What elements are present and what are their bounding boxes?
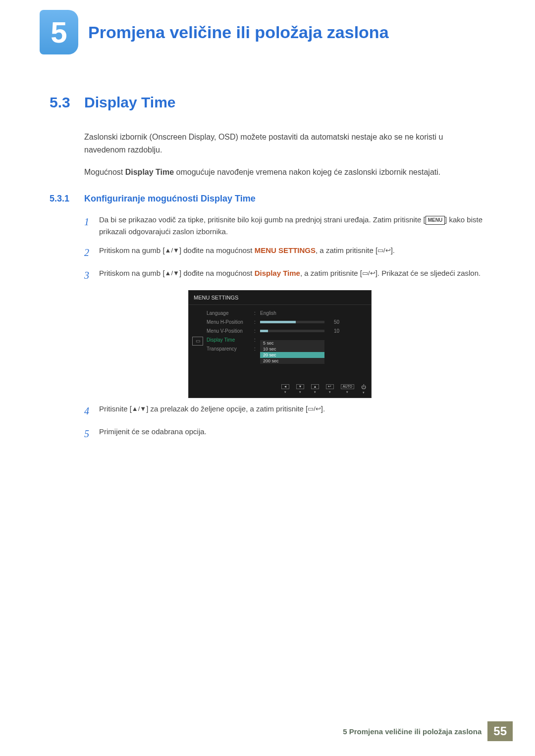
text: ]. Prikazat će se sljedeći zaslon. <box>375 269 481 277</box>
colon: : <box>254 319 257 325</box>
text: ] dođite na mogućnost <box>179 246 255 254</box>
step-text: Pritiskom na gumb [▲ / ▼] dođite na mogu… <box>99 245 485 260</box>
section-title: Display Time <box>84 94 176 111</box>
osd-label: Transparency <box>207 346 251 352</box>
step-text: Primijenit će se odabrana opcija. <box>99 426 485 442</box>
chapter-header: 5 Promjena veličine ili položaja zaslona <box>0 0 535 54</box>
down-triangle-icon: ▼ <box>173 246 179 256</box>
section-heading: 5.3 Display Time <box>50 94 485 111</box>
osd-panel: MENU SETTINGS ▭ Language : English Menu … <box>188 290 372 398</box>
slider-value: 50 <box>334 319 339 325</box>
step-text: Pritisnite [▲ / ▼] za prelazak do željen… <box>99 403 485 419</box>
text: omogućuje navođenje vremena nakon kojeg … <box>174 168 440 176</box>
term-display-time: Display Time <box>255 269 300 277</box>
down-triangle-icon: ▾ <box>296 384 304 389</box>
enter-icon: ↩ <box>316 404 321 414</box>
chapter-title: Promjena veličine ili položaja zaslona <box>88 23 389 42</box>
up-triangle-icon: ▲ <box>132 404 138 414</box>
left-triangle-icon: ◂ <box>281 384 289 389</box>
text: ]. <box>391 246 395 254</box>
step-5: 5 Primijenit će se odabrana opcija. <box>84 426 485 442</box>
section-intro-1: Zaslonski izbornik (Onscreen Display, OS… <box>84 131 485 156</box>
step-number: 4 <box>84 403 99 419</box>
colon: : <box>254 310 257 316</box>
power-icon: ⏻ <box>361 384 366 390</box>
page-footer: 5 Promjena veličine ili položaja zaslona… <box>343 721 513 741</box>
up-triangle-icon: ▲ <box>165 268 171 279</box>
slider-value: 10 <box>334 328 339 334</box>
dot-icon: ▾ <box>346 390 348 394</box>
osd-option: 10 sec <box>260 346 324 352</box>
subsection-number: 5.3.1 <box>50 194 84 204</box>
step-number: 3 <box>84 267 99 283</box>
text: ] dođite na mogućnost <box>179 269 255 277</box>
text: ]. <box>321 404 325 413</box>
osd-option: 5 sec <box>260 340 324 346</box>
osd-title: MENU SETTINGS <box>189 291 371 305</box>
slider-track: 50 <box>260 321 324 323</box>
text: Da bi se prikazao vodič za tipke, pritis… <box>99 215 426 224</box>
step-text: Da bi se prikazao vodič za tipke, pritis… <box>99 214 485 238</box>
step-number: 1 <box>84 214 99 238</box>
text: Pritiskom na gumb [ <box>99 269 165 277</box>
osd-footer-btn: ▴▾ <box>311 384 319 395</box>
colon: : <box>254 337 257 343</box>
down-triangle-icon: ▼ <box>173 268 179 279</box>
osd-label: Language <box>207 310 251 316</box>
osd-footer-btn: ◂▾ <box>281 384 289 395</box>
osd-footer-btn-auto: AUTO▾ <box>341 384 354 395</box>
osd-option: 200 sec <box>260 358 324 364</box>
enter-icon: ↩ <box>370 268 375 279</box>
page-number: 55 <box>487 721 513 741</box>
slider-fill <box>260 330 268 332</box>
colon: : <box>254 346 257 352</box>
step-number: 2 <box>84 245 99 260</box>
osd-footer-btn: ↩▾ <box>326 384 334 395</box>
osd-label: Menu V-Position <box>207 328 251 334</box>
rect-icon: ▭ <box>377 246 383 256</box>
subsection-heading: 5.3.1 Konfiguriranje mogućnosti Display … <box>50 194 485 204</box>
text: , a zatim pritisnite [ <box>316 246 377 254</box>
up-triangle-icon: ▲ <box>165 246 171 256</box>
text: Mogućnost <box>84 168 125 176</box>
footer-chapter-label: 5 Promjena veličine ili položaja zaslona <box>343 727 482 736</box>
section-number: 5.3 <box>50 94 84 111</box>
colon: : <box>254 328 257 334</box>
osd-body: ▭ Language : English Menu H-Position : <box>189 305 371 382</box>
auto-label: AUTO <box>341 384 354 389</box>
dot-icon: ▾ <box>284 390 286 394</box>
osd-label: Menu H-Position <box>207 319 251 325</box>
osd-rows: Language : English Menu H-Position : 50 <box>207 309 371 373</box>
dot-icon: ▾ <box>363 391 365 395</box>
step-number: 5 <box>84 426 99 442</box>
down-triangle-icon: ▼ <box>140 404 146 414</box>
osd-footer-btn: ▾▾ <box>296 384 304 395</box>
chapter-number-badge: 5 <box>40 10 78 54</box>
osd-option-selected: 20 sec <box>260 352 324 358</box>
osd-row-hposition: Menu H-Position : 50 <box>207 318 367 327</box>
text: Pritiskom na gumb [ <box>99 246 165 254</box>
osd-label: Display Time <box>207 337 251 343</box>
step-3: 3 Pritiskom na gumb [▲ / ▼] dođite na mo… <box>84 267 485 283</box>
osd-slider: 10 <box>260 330 367 332</box>
page-content: 5.3 Display Time Zaslonski izbornik (Ons… <box>0 54 535 442</box>
enter-icon: ↩ <box>385 246 391 256</box>
step-1: 1 Da bi se prikazao vodič za tipke, prit… <box>84 214 485 238</box>
osd-row-vposition: Menu V-Position : 10 <box>207 327 367 336</box>
step-2: 2 Pritiskom na gumb [▲ / ▼] dođite na mo… <box>84 245 485 260</box>
subsection-title: Konfiguriranje mogućnosti Display Time <box>84 194 256 204</box>
step-text: Pritiskom na gumb [▲ / ▼] dođite na mogu… <box>99 267 485 283</box>
osd-row-display-time: Display Time : 5 sec 10 sec 20 sec 200 s… <box>207 336 367 345</box>
section-intro-2: Mogućnost Display Time omogućuje navođen… <box>84 166 485 179</box>
osd-row-language: Language : English <box>207 309 367 318</box>
term-display-time: Display Time <box>125 168 174 176</box>
menu-key-label: MENU <box>426 216 445 225</box>
slider-fill <box>260 321 296 323</box>
osd-value: English <box>260 310 367 316</box>
osd-dropdown: 5 sec 10 sec 20 sec 200 sec <box>260 340 324 364</box>
step-4: 4 Pritisnite [▲ / ▼] za prelazak do želj… <box>84 403 485 419</box>
term-menu-settings: MENU SETTINGS <box>255 246 316 254</box>
text: Pritisnite [ <box>99 404 132 413</box>
up-triangle-icon: ▴ <box>311 384 319 389</box>
dot-icon: ▾ <box>299 390 301 394</box>
